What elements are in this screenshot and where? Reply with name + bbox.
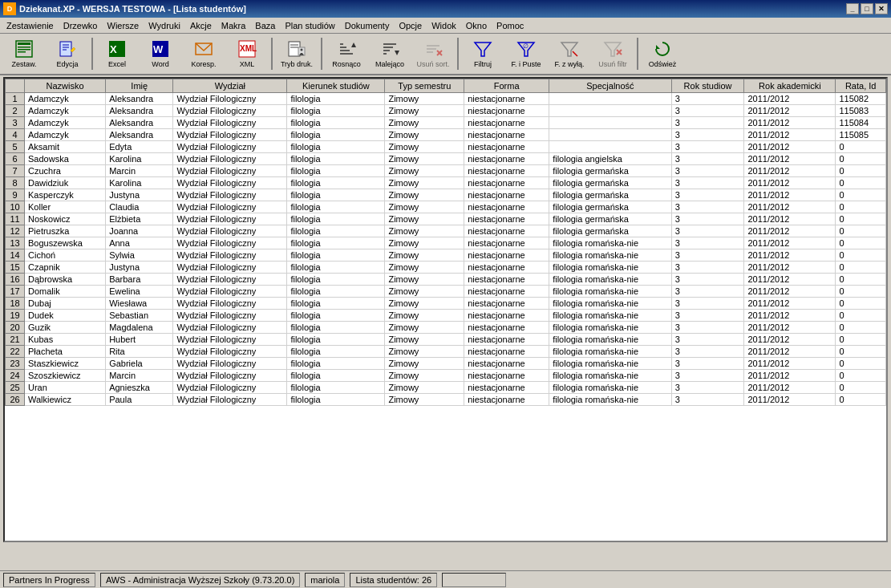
cell-wydzial: Wydział Filologiczny — [173, 358, 287, 370]
separator-3 — [321, 38, 322, 70]
table-row[interactable]: 11NoskowiczElżbietaWydział Filologicznyf… — [6, 213, 886, 225]
cell-typ: Zimowy — [385, 93, 464, 105]
table-row[interactable]: 26WalkiewiczPaulaWydział Filologicznyfil… — [6, 394, 886, 406]
f-wyl-button[interactable]: F. z wyłą. — [549, 35, 590, 72]
table-row[interactable]: 15CzapnikJustynaWydział Filologicznyfilo… — [6, 262, 886, 274]
table-row[interactable]: 6SadowskaKarolinaWydział Filologicznyfil… — [6, 153, 886, 165]
koresp-button[interactable]: Koresp. — [183, 35, 225, 72]
excel-button[interactable]: X Excel — [96, 35, 138, 72]
table-row[interactable]: 25UranAgnieszkaWydział Filologicznyfilol… — [6, 382, 886, 394]
menu-okno[interactable]: Okno — [461, 19, 492, 32]
table-row[interactable]: 12PietruszkaJoannaWydział Filologicznyfi… — [6, 225, 886, 237]
zestawienie-button[interactable]: Zestaw. — [3, 35, 45, 72]
col-rok-akademicki[interactable]: Rok akademicki — [744, 79, 836, 93]
menu-pomoc[interactable]: Pomoc — [492, 19, 529, 32]
table-row[interactable]: 13BoguszewskaAnnaWydział Filologicznyfil… — [6, 237, 886, 249]
cell-typ: Zimowy — [385, 346, 464, 358]
menu-makra[interactable]: Makra — [217, 19, 251, 32]
status-left: Partners In Progress — [3, 573, 95, 587]
menu-akcje[interactable]: Akcje — [185, 19, 217, 32]
col-typ[interactable]: Typ semestru — [385, 79, 464, 93]
usun-sort-button[interactable]: Usuń sort. — [412, 35, 454, 72]
table-row[interactable]: 23StaszkiewiczGabrielaWydział Filologicz… — [6, 358, 886, 370]
table-row[interactable]: 18DubajWiesławaWydział Filologicznyfilol… — [6, 298, 886, 310]
table-row[interactable]: 3AdamczykAleksandraWydział Filologicznyf… — [6, 117, 886, 129]
table-row[interactable]: 22PłachetaRitaWydział Filologicznyfilolo… — [6, 346, 886, 358]
table-row[interactable]: 19DudekSebastianWydział Filologicznyfilo… — [6, 310, 886, 322]
cell-rok-studiow: 3 — [671, 189, 744, 201]
cell-kierunek: filologia — [287, 225, 385, 237]
menu-opcje[interactable]: Opcje — [394, 19, 427, 32]
odswiez-button[interactable]: Odśwież — [642, 35, 683, 72]
table-row[interactable]: 7CzuchraMarcinWydział Filologicznyfilolo… — [6, 165, 886, 177]
cell-rok-studiow: 3 — [671, 286, 744, 298]
col-specjalnosc[interactable]: Specjalność — [549, 79, 672, 93]
word-button[interactable]: W Word — [140, 35, 181, 72]
edycja-button[interactable]: Edycja — [47, 35, 88, 72]
table-row[interactable]: 8DawidziukKarolinaWydział Filologicznyfi… — [6, 177, 886, 189]
table-row[interactable]: 9KasperczykJustynaWydział Filologicznyfi… — [6, 189, 886, 201]
menu-zestawienie[interactable]: Zestawienie — [2, 19, 59, 32]
cell-forma: niestacjonarne — [464, 225, 549, 237]
cell-rata: 115085 — [836, 129, 886, 141]
filtruj-button[interactable]: Filtruj — [462, 35, 504, 72]
student-list-table[interactable]: Nazwisko Imię Wydział Kierunek studiów T… — [3, 77, 888, 542]
table-row[interactable]: 10KollerClaudiaWydział Filologicznyfilol… — [6, 201, 886, 213]
cell-kierunek: filologia — [287, 274, 385, 286]
menu-plan[interactable]: Plan studiów — [280, 19, 339, 32]
menu-drzewko[interactable]: Drzewko — [59, 19, 103, 32]
cell-kierunek: filologia — [287, 382, 385, 394]
cell-wydzial: Wydział Filologiczny — [173, 225, 287, 237]
col-wydzial[interactable]: Wydział — [173, 79, 287, 93]
table-row[interactable]: 5AksamitEdytaWydział Filologicznyfilolog… — [6, 141, 886, 153]
maximize-button[interactable]: □ — [861, 3, 873, 14]
cell-kierunek: filologia — [287, 370, 385, 382]
menu-wiersze[interactable]: Wiersze — [103, 19, 144, 32]
svg-rect-2 — [18, 47, 30, 48]
col-rok-studiow[interactable]: Rok studiow — [671, 79, 744, 93]
cell-wydzial: Wydział Filologiczny — [173, 262, 287, 274]
menu-wydruki[interactable]: Wydruki — [144, 19, 185, 32]
status-partners: Partners In Progress — [9, 575, 90, 585]
table-row[interactable]: 1AdamczykAleksandraWydział Filologicznyf… — [6, 93, 886, 105]
col-kierunek[interactable]: Kierunek studiów — [287, 79, 385, 93]
cell-rata: 0 — [836, 213, 886, 225]
rosnaco-button[interactable]: Rosnąco — [326, 35, 367, 72]
table-row[interactable]: 14CichońSylwiaWydział Filologicznyfilolo… — [6, 249, 886, 262]
cell-specjalnosc: filologia romańska-nie — [549, 346, 672, 358]
row-number: 14 — [6, 249, 25, 262]
malejaco-button[interactable]: Malejąco — [369, 35, 411, 72]
xml-button[interactable]: XML XML — [226, 35, 268, 72]
minimize-button[interactable]: _ — [846, 3, 859, 14]
table-row[interactable]: 16DąbrowskaBarbaraWydział Filologicznyfi… — [6, 274, 886, 286]
cell-wydzial: Wydział Filologiczny — [173, 93, 287, 105]
cell-wydzial: Wydział Filologiczny — [173, 165, 287, 177]
cell-nazwisko: Dudek — [25, 310, 106, 322]
cell-rok-akademicki: 2011/2012 — [744, 370, 836, 382]
col-nazwisko[interactable]: Nazwisko — [25, 79, 106, 93]
cell-imie: Justyna — [106, 262, 173, 274]
table-row[interactable]: 20GuzikMagdalenaWydział Filologicznyfilo… — [6, 322, 886, 334]
menu-widok[interactable]: Widok — [427, 19, 461, 32]
cell-forma: niestacjonarne — [464, 213, 549, 225]
table-row[interactable]: 24SzoszkiewiczMarcinWydział Filologiczny… — [6, 370, 886, 382]
table-row[interactable]: 2AdamczykAleksandraWydział Filologicznyf… — [6, 105, 886, 117]
menu-dokumenty[interactable]: Dokumenty — [340, 19, 395, 32]
table-row[interactable]: 21KubasHubertWydział Filologicznyfilolog… — [6, 334, 886, 346]
cell-rok-akademicki: 2011/2012 — [744, 213, 836, 225]
f-puste-button[interactable]: ∅ F. i Puste — [505, 35, 547, 72]
status-scrollbar[interactable] — [442, 573, 506, 587]
table-row[interactable]: 4AdamczykAleksandraWydział Filologicznyf… — [6, 129, 886, 141]
usun-filtr-button[interactable]: Usuń filtr — [592, 35, 634, 72]
menu-baza[interactable]: Baza — [250, 19, 280, 32]
tryb-button[interactable]: Tryb druk. — [276, 35, 318, 72]
cell-rok-akademicki: 2011/2012 — [744, 189, 836, 201]
tryb-icon — [287, 39, 306, 59]
col-forma[interactable]: Forma — [464, 79, 549, 93]
cell-specjalnosc: filologia germańska — [549, 165, 672, 177]
close-button[interactable]: ✕ — [875, 3, 888, 14]
col-imie[interactable]: Imię — [106, 79, 173, 93]
table-row[interactable]: 17DomalikEwelinaWydział Filologicznyfilo… — [6, 286, 886, 298]
cell-imie: Ewelina — [106, 286, 173, 298]
col-rata[interactable]: Rata, Id — [836, 79, 886, 93]
